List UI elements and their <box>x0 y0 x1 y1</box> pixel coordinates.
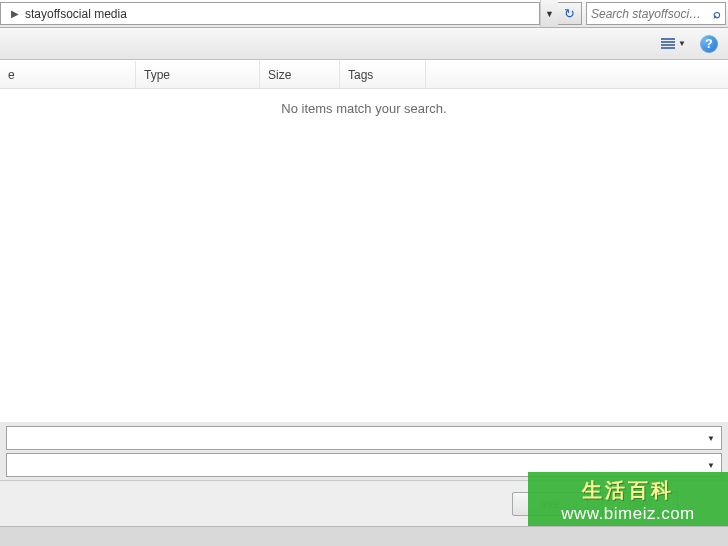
bottom-strip <box>0 526 728 546</box>
column-header-tags[interactable]: Tags <box>340 61 426 88</box>
watermark-url: www.bimeiz.com <box>561 504 695 524</box>
search-input[interactable] <box>591 7 709 21</box>
chevron-down-icon[interactable]: ▼ <box>707 434 715 443</box>
column-headers: e Type Size Tags <box>0 61 728 89</box>
refresh-button[interactable]: ↻ <box>558 2 582 25</box>
breadcrumb-arrow-icon: ▶ <box>5 8 25 19</box>
refresh-icon: ↻ <box>564 6 575 21</box>
help-button[interactable]: ? <box>700 35 718 53</box>
search-icon[interactable]: ⌕ <box>713 6 721 21</box>
list-view-icon <box>661 37 675 50</box>
chevron-down-icon[interactable]: ▼ <box>707 461 715 470</box>
content-area: e Type Size Tags No items match your sea… <box>0 60 728 422</box>
breadcrumb[interactable]: ▶ stayoffsocial media <box>0 2 540 25</box>
view-options-button[interactable]: ▼ <box>657 35 690 52</box>
watermark-title: 生活百科 <box>582 477 674 504</box>
toolbar: ▼ ? <box>0 28 728 60</box>
column-header-name[interactable]: e <box>0 61 136 88</box>
watermark: 生活百科 www.bimeiz.com <box>528 472 728 528</box>
column-header-type[interactable]: Type <box>136 61 260 88</box>
address-bar: ▶ stayoffsocial media ▼ ↻ ⌕ <box>0 0 728 28</box>
column-header-size[interactable]: Size <box>260 61 340 88</box>
breadcrumb-folder[interactable]: stayoffsocial media <box>25 7 127 21</box>
filename-field[interactable]: ▼ <box>6 426 722 450</box>
empty-list-message: No items match your search. <box>0 89 728 116</box>
chevron-down-icon: ▼ <box>678 39 686 48</box>
help-icon: ? <box>705 37 712 51</box>
column-header-empty[interactable] <box>426 61 728 88</box>
search-box[interactable]: ⌕ <box>586 2 726 25</box>
address-history-dropdown[interactable]: ▼ <box>540 0 558 27</box>
file-list[interactable]: e Type Size Tags No items match your sea… <box>0 61 728 422</box>
